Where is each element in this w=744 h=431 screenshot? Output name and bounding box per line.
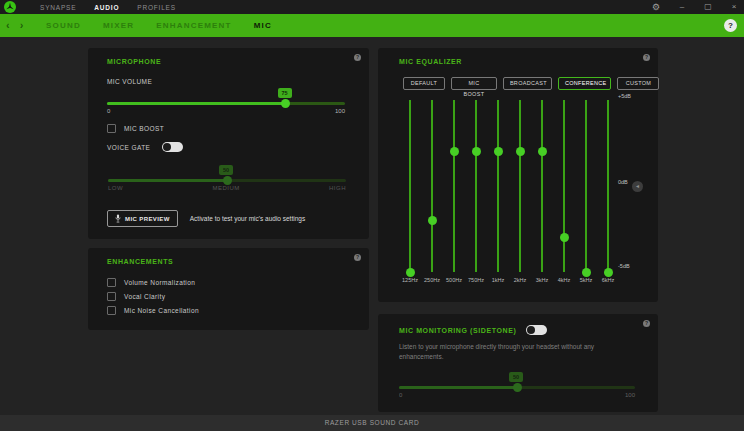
eq-thumb-500hz[interactable] <box>450 147 459 156</box>
back-icon[interactable]: ‹ <box>6 14 10 37</box>
eq-preset-default[interactable]: DEFAULT <box>403 77 445 90</box>
slider-thumb[interactable] <box>513 383 522 392</box>
option-label: Volume Normalization <box>124 279 195 286</box>
mic-boost-checkbox[interactable] <box>107 124 116 133</box>
enhancement-option-vocal-clarity: Vocal Clarity <box>107 289 199 303</box>
sidetone-toggle[interactable] <box>526 325 547 335</box>
sidetone-slider[interactable]: 50 0 100 <box>399 372 635 400</box>
eq-track[interactable] <box>607 100 609 272</box>
eq-track[interactable] <box>475 100 477 272</box>
device-footer: RAZER USB SOUND CARD <box>0 415 744 431</box>
close-icon[interactable]: × <box>728 0 740 14</box>
eq-thumb-750hz[interactable] <box>472 147 481 156</box>
nav-tab-mic[interactable]: MIC <box>254 21 272 30</box>
slider-fill <box>108 179 227 182</box>
mic-noise-cancellation-checkbox[interactable] <box>107 306 116 315</box>
info-icon[interactable]: ? <box>643 320 650 327</box>
vocal-clarity-checkbox[interactable] <box>107 292 116 301</box>
mic-equalizer-panel: ? MIC EQUALIZER DEFAULTMIC BOOSTBROADCAS… <box>378 48 658 302</box>
eq-thumb-5khz[interactable] <box>582 268 591 277</box>
option-label: Vocal Clarity <box>124 293 165 300</box>
eq-thumb-6khz[interactable] <box>604 268 613 277</box>
panel-title: MICROPHONE <box>107 58 161 65</box>
eq-scale-zero-label: 0dB <box>618 179 628 185</box>
mic-boost-label: MIC BOOST <box>124 125 164 132</box>
help-button[interactable]: ? <box>724 19 737 32</box>
eq-band-sliders: 125Hz250Hz500Hz750Hz1kHz2kHz3kHz4kHz5kHz… <box>399 100 619 272</box>
voice-gate-label: VOICE GATE <box>107 144 150 151</box>
voice-gate-slider[interactable]: 50 LOW MEDIUM HIGH <box>108 165 346 193</box>
minimize-icon[interactable]: – <box>676 0 688 14</box>
title-bar: SYNAPSEAUDIOPROFILES ⚙ – ▢ × <box>0 0 744 14</box>
eq-band-4khz: 4kHz <box>553 100 575 272</box>
eq-thumb-1khz[interactable] <box>494 147 503 156</box>
eq-thumb-3khz[interactable] <box>538 147 547 156</box>
slider-value-badge: 75 <box>278 88 292 98</box>
eq-track[interactable] <box>431 100 433 272</box>
eq-track[interactable] <box>453 100 455 272</box>
razer-logo-icon <box>4 1 16 13</box>
module-nav-bar: ‹ › SOUNDMIXERENHANCEMENTMIC ? <box>0 14 744 37</box>
eq-track[interactable] <box>497 100 499 272</box>
slider-min-label: 0 <box>399 392 402 398</box>
eq-frequency-label: 4kHz <box>553 277 575 283</box>
slider-fill <box>399 386 517 389</box>
voice-gate-toggle[interactable] <box>162 142 183 152</box>
nav-tab-enhancement[interactable]: ENHANCEMENT <box>156 21 231 30</box>
panel-title: ENHANCEMENTS <box>107 258 173 265</box>
info-icon[interactable]: ? <box>354 54 361 61</box>
mic-boost-option: MIC BOOST <box>107 121 164 135</box>
mic-volume-slider[interactable]: 75 0 100 <box>107 88 345 116</box>
eq-preset-buttons: DEFAULTMIC BOOSTBROADCASTCONFERENCECUSTO… <box>403 77 659 90</box>
eq-band-1khz: 1kHz <box>487 100 509 272</box>
enhancement-option-volume-normalization: Volume Normalization <box>107 275 199 289</box>
volume-normalization-checkbox[interactable] <box>107 278 116 287</box>
eq-frequency-label: 750Hz <box>465 277 487 283</box>
eq-frequency-label: 5kHz <box>575 277 597 283</box>
eq-preset-mic-boost[interactable]: MIC BOOST <box>451 77 497 90</box>
eq-thumb-250hz[interactable] <box>428 216 437 225</box>
maximize-icon[interactable]: ▢ <box>702 0 714 14</box>
forward-icon[interactable]: › <box>20 14 24 37</box>
eq-scale-min-label: -5dB <box>618 263 630 269</box>
eq-frequency-label: 500Hz <box>443 277 465 283</box>
settings-gear-icon[interactable]: ⚙ <box>650 0 662 14</box>
slider-fill <box>107 102 286 105</box>
mic-preview-button[interactable]: MIC PREVIEW <box>107 210 178 227</box>
nav-tab-mixer[interactable]: MIXER <box>103 21 134 30</box>
eq-frequency-label: 2kHz <box>509 277 531 283</box>
eq-thumb-4khz[interactable] <box>560 233 569 242</box>
eq-track[interactable] <box>585 100 587 272</box>
eq-collapse-button[interactable]: ◄ <box>632 181 643 192</box>
eq-scale-max-label: +5dB <box>618 93 631 99</box>
eq-track[interactable] <box>563 100 565 272</box>
slider-thumb[interactable] <box>223 176 232 185</box>
eq-band-250hz: 250Hz <box>421 100 443 272</box>
eq-frequency-label: 3kHz <box>531 277 553 283</box>
titlebar-tab-profiles[interactable]: PROFILES <box>137 4 176 11</box>
tick-high: HIGH <box>329 185 346 191</box>
eq-frequency-label: 250Hz <box>421 277 443 283</box>
eq-thumb-125hz[interactable] <box>406 268 415 277</box>
eq-track[interactable] <box>519 100 521 272</box>
slider-max-label: 100 <box>625 392 635 398</box>
eq-preset-conference[interactable]: CONFERENCE <box>558 77 611 90</box>
slider-thumb[interactable] <box>281 99 290 108</box>
titlebar-tab-synapse[interactable]: SYNAPSE <box>40 4 76 11</box>
option-label: Mic Noise Cancellation <box>124 307 199 314</box>
eq-track[interactable] <box>541 100 543 272</box>
eq-band-500hz: 500Hz <box>443 100 465 272</box>
slider-min-label: 0 <box>107 108 110 114</box>
eq-band-5khz: 5kHz <box>575 100 597 272</box>
eq-preset-broadcast[interactable]: BROADCAST <box>503 77 552 90</box>
info-icon[interactable]: ? <box>354 254 361 261</box>
panel-title: MIC MONITORING (SIDETONE) <box>399 327 516 334</box>
eq-track[interactable] <box>409 100 411 272</box>
info-icon[interactable]: ? <box>643 54 650 61</box>
mic-preview-label: MIC PREVIEW <box>125 216 170 222</box>
eq-preset-custom[interactable]: CUSTOM <box>617 77 659 90</box>
eq-thumb-2khz[interactable] <box>516 147 525 156</box>
titlebar-tab-audio[interactable]: AUDIO <box>94 4 119 11</box>
nav-tab-sound[interactable]: SOUND <box>46 21 81 30</box>
eq-frequency-label: 125Hz <box>399 277 421 283</box>
